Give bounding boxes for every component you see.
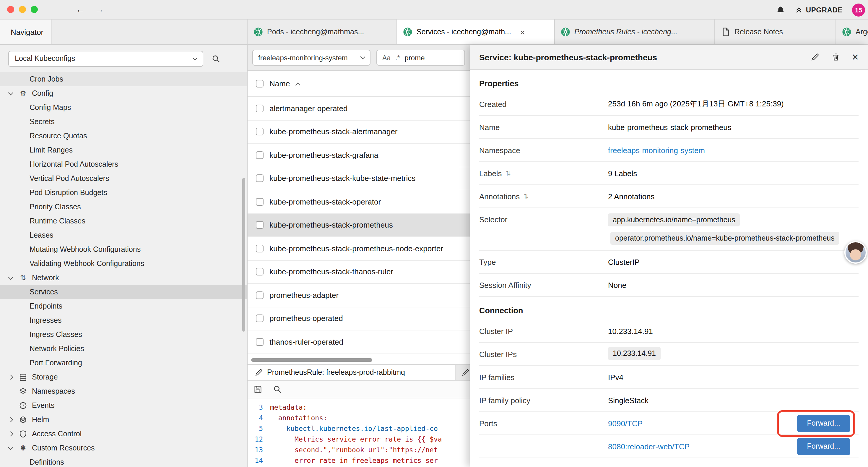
row-checkbox[interactable]: [256, 268, 264, 276]
row-checkbox[interactable]: [256, 105, 264, 112]
sidebar-group-access-control[interactable]: Access Control: [0, 427, 247, 441]
namespace-select[interactable]: freeleaps-monitoring-system: [252, 50, 370, 66]
sidebar-item-namespaces[interactable]: Namespaces: [0, 384, 247, 399]
port-forward-button[interactable]: Forward...: [797, 415, 850, 432]
port-link[interactable]: 8080:reloader-web/TCP: [608, 442, 689, 451]
sidebar-item-events[interactable]: Events: [0, 399, 247, 413]
config-gear-icon: ⚙: [18, 89, 28, 97]
row-checkbox[interactable]: [256, 315, 264, 322]
sidebar-group-network[interactable]: ⇅Network: [0, 271, 247, 285]
table-row[interactable]: kube-prometheus-stack-alertmanager: [248, 120, 470, 144]
sort-icon[interactable]: ⇅: [523, 193, 529, 200]
edit-pencil-icon[interactable]: [811, 53, 819, 61]
table-row[interactable]: alertmanager-operated: [248, 97, 470, 120]
sidebar-group-config[interactable]: ⚙Config: [0, 86, 247, 100]
sidebar-item-label: Namespaces: [32, 387, 75, 396]
close-icon[interactable]: ×: [852, 52, 859, 63]
name-column-header[interactable]: Name: [270, 79, 290, 88]
tab-pods[interactable]: Pods - icecheng@mathmas...: [248, 20, 397, 44]
sidebar-group-helm[interactable]: Helm: [0, 413, 247, 427]
tab-services[interactable]: Services - icecheng@math... ×: [397, 20, 555, 44]
sidebar-item-pod-disruption-budgets[interactable]: Pod Disruption Budgets: [0, 185, 247, 200]
navigator-tab[interactable]: Navigator: [0, 20, 52, 44]
maximize-window-button[interactable]: [31, 6, 38, 13]
port-link[interactable]: 9090/TCP: [608, 419, 643, 428]
row-value: SingleStack: [608, 396, 859, 405]
row-checkbox[interactable]: [256, 198, 264, 206]
table-search-input[interactable]: Aa .* prome: [376, 50, 465, 66]
row-checkbox[interactable]: [256, 222, 264, 229]
sort-ascending-icon[interactable]: [295, 83, 300, 87]
table-row[interactable]: thanos-ruler-operated: [248, 330, 470, 354]
sidebar-item-runtime-classes[interactable]: Runtime Classes: [0, 214, 247, 228]
sidebar-item-priority-classes[interactable]: Priority Classes: [0, 200, 247, 214]
sidebar-group-storage[interactable]: Storage: [0, 370, 247, 384]
editor-tab-partial[interactable]: [456, 365, 470, 380]
sidebar-item-label: Pod Disruption Budgets: [30, 188, 107, 197]
search-icon[interactable]: [212, 54, 220, 63]
tab-release-notes[interactable]: Release Notes: [715, 20, 836, 44]
table-row[interactable]: prometheus-operated: [248, 307, 470, 330]
tab-argo[interactable]: Argo Se: [836, 20, 868, 44]
sidebar-item-ingresses[interactable]: Ingresses: [0, 313, 247, 327]
minimize-window-button[interactable]: [19, 6, 26, 13]
tab-label: Services - icecheng@math...: [416, 28, 511, 36]
row-checkbox[interactable]: [256, 151, 264, 159]
sidebar-group-custom-resources[interactable]: ✱Custom Resources: [0, 441, 247, 455]
table-row[interactable]: kube-prometheus-stack-operator: [248, 191, 470, 214]
user-avatar[interactable]: [844, 241, 867, 264]
row-checkbox[interactable]: [256, 128, 264, 136]
sidebar-item-validating-webhook-configurations[interactable]: Validating Webhook Configurations: [0, 257, 247, 271]
sidebar-scrollbar[interactable]: [242, 178, 245, 332]
sidebar-item-endpoints[interactable]: Endpoints: [0, 299, 247, 313]
row-checkbox[interactable]: [256, 291, 264, 299]
table-row[interactable]: kube-prometheus-stack-grafana: [248, 144, 470, 167]
search-icon[interactable]: [273, 385, 282, 394]
sort-icon[interactable]: ⇅: [505, 169, 511, 177]
sidebar-item-leases[interactable]: Leases: [0, 228, 247, 242]
sidebar-item-horizontal-pod-autoscalers[interactable]: Horizontal Pod Autoscalers: [0, 157, 247, 171]
back-arrow-icon[interactable]: ←: [75, 4, 85, 15]
port-forward-button[interactable]: Forward...: [797, 438, 850, 455]
table-row[interactable]: kube-prometheus-stack-kube-state-metrics: [248, 167, 470, 191]
yaml-editor[interactable]: 3metadata: 4 annotations: 5 kubectl.kube…: [248, 399, 470, 467]
forward-arrow-icon[interactable]: →: [95, 4, 104, 15]
sidebar-item-resource-quotas[interactable]: Resource Quotas: [0, 129, 247, 143]
row-checkbox[interactable]: [256, 175, 264, 182]
regex-toggle[interactable]: .*: [395, 54, 400, 61]
delete-trash-icon[interactable]: [831, 53, 840, 61]
close-window-button[interactable]: [7, 6, 14, 13]
sidebar-item-definitions[interactable]: Definitions: [0, 455, 247, 467]
close-icon[interactable]: ×: [520, 28, 525, 36]
horizontal-scrollbar-thumb[interactable]: [251, 358, 372, 362]
sidebar-item-secrets[interactable]: Secrets: [0, 115, 247, 129]
notifications-bell-icon[interactable]: [776, 5, 785, 14]
row-checkbox[interactable]: [256, 338, 264, 346]
table-row[interactable]: kube-prometheus-stack-prometheus-node-ex…: [248, 237, 470, 260]
notification-count-badge[interactable]: 15: [852, 3, 865, 16]
sidebar-item-port-forwarding[interactable]: Port Forwarding: [0, 356, 247, 370]
sidebar-item-limit-ranges[interactable]: Limit Ranges: [0, 143, 247, 157]
drawer-title: Service: kube-prometheus-stack-prometheu…: [479, 52, 799, 62]
select-all-checkbox[interactable]: [256, 80, 264, 87]
table-row[interactable]: kube-prometheus-stack-thanos-ruler: [248, 260, 470, 284]
namespace-link[interactable]: freeleaps-monitoring-system: [608, 146, 705, 154]
sidebar-item-ingress-classes[interactable]: Ingress Classes: [0, 327, 247, 342]
sidebar-item-mutating-webhook-configurations[interactable]: Mutating Webhook Configurations: [0, 242, 247, 257]
tab-prometheus-rules[interactable]: Prometheus Rules - icecheng...: [555, 20, 715, 44]
table-row[interactable]: prometheus-adapter: [248, 284, 470, 307]
sidebar-item-cron-jobs[interactable]: Cron Jobs: [0, 72, 247, 86]
custom-resources-icon: ✱: [18, 444, 28, 452]
sidebar-item-config-maps[interactable]: Config Maps: [0, 100, 247, 115]
upgrade-button[interactable]: UPGRADE: [795, 6, 843, 14]
sidebar-item-network-policies[interactable]: Network Policies: [0, 342, 247, 356]
kubeconfig-select[interactable]: Local Kubeconfigs: [8, 51, 203, 66]
row-checkbox[interactable]: [256, 245, 264, 253]
sidebar-item-vertical-pod-autoscalers[interactable]: Vertical Pod Autoscalers: [0, 171, 247, 185]
sidebar-item-services[interactable]: Services: [0, 285, 247, 299]
save-icon[interactable]: [253, 385, 262, 394]
editor-tab-prometheusrule[interactable]: PrometheusRule: freeleaps-prod-rabbitmq: [248, 365, 456, 380]
connection-heading: Connection: [479, 297, 859, 320]
table-row-selected[interactable]: kube-prometheus-stack-prometheus: [248, 214, 470, 237]
match-case-toggle[interactable]: Aa: [382, 54, 391, 61]
